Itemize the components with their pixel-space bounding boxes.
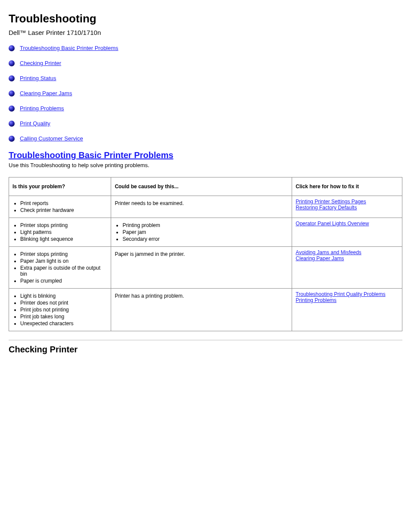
nav-item: Calling Customer Service xyxy=(9,135,402,142)
list-item: Paper Jam light is on xyxy=(20,258,107,264)
table-row: Printer stops printingPaper Jam light is… xyxy=(9,247,402,289)
table-row: Light is blinkingPrinter does not printP… xyxy=(9,289,402,331)
table-cell: Avoiding Jams and MisfeedsClearing Paper… xyxy=(292,247,402,289)
cell-list: Light is blinkingPrinter does not printP… xyxy=(12,293,107,327)
list-item: Unexpected characters xyxy=(20,320,107,327)
nav-link[interactable]: Printing Status xyxy=(20,75,56,81)
nav-item: Printing Problems xyxy=(9,105,402,112)
fix-link[interactable]: Avoiding Jams and Misfeeds xyxy=(296,249,361,255)
nav-item: Printing Status xyxy=(9,75,402,81)
bullet-sphere-icon xyxy=(9,60,15,66)
troubleshooting-table: Is this your problem? Could be caused by… xyxy=(9,177,402,331)
table-row: Print reportsCheck printer hardwarePrint… xyxy=(9,196,402,218)
nav-item: Troubleshooting Basic Printer Problems xyxy=(9,45,402,51)
table-cell: Operator Panel Lights Overview xyxy=(292,218,402,247)
bullet-sphere-icon xyxy=(9,90,15,96)
nav-item: Clearing Paper Jams xyxy=(9,90,402,96)
table-header-row: Is this your problem? Could be caused by… xyxy=(9,177,402,196)
fix-link[interactable]: Restoring Factory Defaults xyxy=(296,205,357,211)
cell-list: Print reportsCheck printer hardware xyxy=(12,200,107,213)
fix-link[interactable]: Troubleshooting Print Quality Problems xyxy=(296,291,385,297)
list-item: Secondary error xyxy=(122,236,288,242)
table-cell: Printer stops printingPaper Jam light is… xyxy=(9,247,111,289)
table-cell: Printer has a printing problem. xyxy=(111,289,292,331)
nav-link[interactable]: Checking Printer xyxy=(20,60,61,66)
section-subtext: Use this Troubleshooting to help solve p… xyxy=(9,162,402,168)
list-item: Light is blinking xyxy=(20,293,107,299)
table-cell: Paper is jammed in the printer. xyxy=(111,247,292,289)
list-item: Printer stops printing xyxy=(20,222,107,228)
table-header-problem: Is this your problem? xyxy=(9,177,111,196)
cell-text: Paper is jammed in the printer. xyxy=(115,251,288,257)
fix-link[interactable]: Clearing Paper Jams xyxy=(296,255,344,261)
table-header-fix: Click here for how to fix it xyxy=(292,177,402,196)
page-title: Troubleshooting xyxy=(9,12,402,25)
bullet-sphere-icon xyxy=(9,106,15,112)
nav-item: Print Quality xyxy=(9,120,402,127)
list-item: Print job takes long xyxy=(20,314,107,320)
table-cell: Print reportsCheck printer hardware xyxy=(9,196,111,218)
table-header-cause: Could be caused by this... xyxy=(111,177,292,196)
list-item: Printing problem xyxy=(122,222,288,228)
divider xyxy=(9,340,402,340)
section-heading-basic: Troubleshooting Basic Printer Problems xyxy=(9,150,402,160)
bullet-sphere-icon xyxy=(9,45,15,51)
cell-text: Printer has a printing problem. xyxy=(115,293,288,299)
cell-list: Printing problemPaper jamSecondary error xyxy=(115,222,288,242)
section-heading-basic-link[interactable]: Troubleshooting Basic Printer Problems xyxy=(9,150,173,160)
nav-link[interactable]: Print Quality xyxy=(20,120,50,127)
section-heading-checking: Checking Printer xyxy=(9,345,402,355)
fix-link[interactable]: Printing Problems xyxy=(296,297,336,303)
list-item: Printer stops printing xyxy=(20,251,107,257)
bullet-sphere-icon xyxy=(9,121,15,127)
product-subtitle: Dell™ Laser Printer 1710/1710n xyxy=(9,29,402,36)
list-item: Extra paper is outside of the output bin xyxy=(20,265,107,277)
table-cell: Light is blinkingPrinter does not printP… xyxy=(9,289,111,331)
bullet-sphere-icon xyxy=(9,136,15,142)
cell-list: Printer stops printingPaper Jam light is… xyxy=(12,251,107,284)
nav-link[interactable]: Printing Problems xyxy=(20,105,64,112)
table-cell: Printing Printer Settings PagesRestoring… xyxy=(292,196,402,218)
fix-link[interactable]: Operator Panel Lights Overview xyxy=(296,221,369,227)
list-item: Print jobs not printing xyxy=(20,307,107,313)
list-item: Check printer hardware xyxy=(20,207,107,213)
table-cell: Printing problemPaper jamSecondary error xyxy=(111,218,292,247)
list-item: Light patterns xyxy=(20,229,107,235)
list-item: Print reports xyxy=(20,200,107,206)
cell-list: Printer stops printingLight patternsBlin… xyxy=(12,222,107,242)
table-cell: Troubleshooting Print Quality ProblemsPr… xyxy=(292,289,402,331)
nav-link[interactable]: Calling Customer Service xyxy=(20,135,83,142)
nav-link[interactable]: Clearing Paper Jams xyxy=(20,90,72,96)
list-item: Blinking light sequence xyxy=(20,236,107,242)
table-row: Printer stops printingLight patternsBlin… xyxy=(9,218,402,247)
bullet-sphere-icon xyxy=(9,75,15,81)
table-cell: Printer stops printingLight patternsBlin… xyxy=(9,218,111,247)
list-item: Paper jam xyxy=(122,229,288,235)
table-cell: Printer needs to be examined. xyxy=(111,196,292,218)
nav-link[interactable]: Troubleshooting Basic Printer Problems xyxy=(20,45,118,51)
nav-item: Checking Printer xyxy=(9,60,402,66)
nav-list: Troubleshooting Basic Printer ProblemsCh… xyxy=(9,45,402,142)
cell-text: Printer needs to be examined. xyxy=(115,200,288,206)
list-item: Printer does not print xyxy=(20,300,107,306)
fix-link[interactable]: Printing Printer Settings Pages xyxy=(296,199,366,205)
list-item: Paper is crumpled xyxy=(20,278,107,284)
